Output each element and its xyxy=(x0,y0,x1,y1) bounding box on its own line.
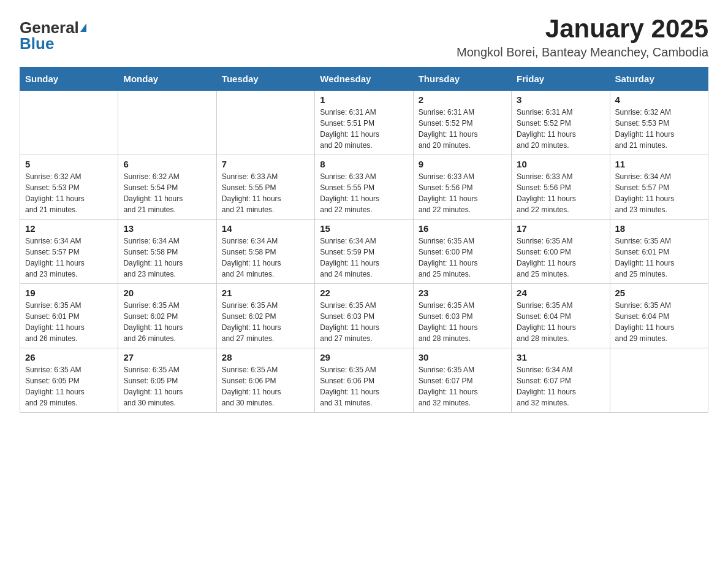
calendar-cell: 30Sunrise: 6:35 AMSunset: 6:07 PMDayligh… xyxy=(413,348,511,413)
weekday-header-friday: Friday xyxy=(512,67,610,91)
calendar-cell: 25Sunrise: 6:35 AMSunset: 6:04 PMDayligh… xyxy=(610,284,708,348)
weekday-header-row: SundayMondayTuesdayWednesdayThursdayFrid… xyxy=(20,67,708,91)
day-info: Sunrise: 6:34 AMSunset: 5:57 PMDaylight:… xyxy=(615,171,703,215)
day-info: Sunrise: 6:35 AMSunset: 6:02 PMDaylight:… xyxy=(123,300,211,344)
day-number: 30 xyxy=(419,352,506,362)
calendar-cell: 31Sunrise: 6:34 AMSunset: 6:07 PMDayligh… xyxy=(512,348,610,413)
calendar-cell xyxy=(610,348,708,413)
day-info: Sunrise: 6:35 AMSunset: 6:04 PMDaylight:… xyxy=(517,300,604,344)
day-number: 6 xyxy=(123,159,211,169)
day-info: Sunrise: 6:32 AMSunset: 5:53 PMDaylight:… xyxy=(615,107,703,151)
calendar-cell: 10Sunrise: 6:33 AMSunset: 5:56 PMDayligh… xyxy=(512,155,610,220)
week-row-1: 1Sunrise: 6:31 AMSunset: 5:51 PMDaylight… xyxy=(20,91,708,155)
calendar-cell: 7Sunrise: 6:33 AMSunset: 5:55 PMDaylight… xyxy=(216,155,314,220)
day-number: 11 xyxy=(615,159,703,169)
day-number: 16 xyxy=(419,223,506,234)
day-info: Sunrise: 6:35 AMSunset: 6:05 PMDaylight:… xyxy=(123,364,211,408)
logo-blue-text: Blue xyxy=(20,36,54,52)
day-info: Sunrise: 6:31 AMSunset: 5:52 PMDaylight:… xyxy=(517,107,604,151)
calendar-cell xyxy=(118,91,216,155)
day-number: 23 xyxy=(419,288,506,298)
day-info: Sunrise: 6:35 AMSunset: 6:03 PMDaylight:… xyxy=(320,300,408,344)
calendar-cell: 14Sunrise: 6:34 AMSunset: 5:58 PMDayligh… xyxy=(216,220,314,284)
day-number: 21 xyxy=(222,288,309,298)
day-number: 7 xyxy=(222,159,309,169)
day-number: 19 xyxy=(25,288,113,298)
calendar-cell xyxy=(20,91,118,155)
calendar-cell: 11Sunrise: 6:34 AMSunset: 5:57 PMDayligh… xyxy=(610,155,708,220)
calendar-cell: 17Sunrise: 6:35 AMSunset: 6:00 PMDayligh… xyxy=(512,220,610,284)
day-info: Sunrise: 6:32 AMSunset: 5:53 PMDaylight:… xyxy=(25,171,113,215)
calendar-cell: 12Sunrise: 6:34 AMSunset: 5:57 PMDayligh… xyxy=(20,220,118,284)
day-info: Sunrise: 6:35 AMSunset: 6:06 PMDaylight:… xyxy=(222,364,309,408)
day-number: 26 xyxy=(25,352,113,362)
day-number: 18 xyxy=(615,223,703,234)
weekday-header-tuesday: Tuesday xyxy=(216,67,314,91)
day-number: 29 xyxy=(320,352,408,362)
weekday-header-sunday: Sunday xyxy=(20,67,118,91)
month-year-title: January 2025 xyxy=(457,15,708,43)
day-number: 5 xyxy=(25,159,113,169)
day-number: 24 xyxy=(517,288,604,298)
calendar-cell: 26Sunrise: 6:35 AMSunset: 6:05 PMDayligh… xyxy=(20,348,118,413)
day-info: Sunrise: 6:35 AMSunset: 6:01 PMDaylight:… xyxy=(25,300,113,344)
day-number: 25 xyxy=(615,288,703,298)
day-info: Sunrise: 6:31 AMSunset: 5:51 PMDaylight:… xyxy=(320,107,408,151)
day-info: Sunrise: 6:35 AMSunset: 6:04 PMDaylight:… xyxy=(615,300,703,344)
day-info: Sunrise: 6:34 AMSunset: 5:58 PMDaylight:… xyxy=(123,236,211,280)
day-info: Sunrise: 6:34 AMSunset: 6:07 PMDaylight:… xyxy=(517,364,604,408)
day-info: Sunrise: 6:35 AMSunset: 6:03 PMDaylight:… xyxy=(419,300,506,344)
day-number: 22 xyxy=(320,288,408,298)
logo: General Blue xyxy=(20,20,86,52)
day-info: Sunrise: 6:35 AMSunset: 6:07 PMDaylight:… xyxy=(419,364,506,408)
day-info: Sunrise: 6:35 AMSunset: 6:02 PMDaylight:… xyxy=(222,300,309,344)
weekday-header-monday: Monday xyxy=(118,67,216,91)
day-number: 27 xyxy=(123,352,211,362)
day-number: 4 xyxy=(615,94,703,105)
day-info: Sunrise: 6:33 AMSunset: 5:56 PMDaylight:… xyxy=(419,171,506,215)
weekday-header-saturday: Saturday xyxy=(610,67,708,91)
day-info: Sunrise: 6:35 AMSunset: 6:06 PMDaylight:… xyxy=(320,364,408,408)
day-number: 13 xyxy=(123,223,211,234)
day-number: 17 xyxy=(517,223,604,234)
calendar-cell: 21Sunrise: 6:35 AMSunset: 6:02 PMDayligh… xyxy=(216,284,314,348)
calendar-cell: 2Sunrise: 6:31 AMSunset: 5:52 PMDaylight… xyxy=(413,91,511,155)
calendar-cell: 20Sunrise: 6:35 AMSunset: 6:02 PMDayligh… xyxy=(118,284,216,348)
day-number: 20 xyxy=(123,288,211,298)
header: General Blue January 2025 Mongkol Borei,… xyxy=(20,15,708,59)
title-area: January 2025 Mongkol Borei, Banteay Mean… xyxy=(457,15,708,59)
day-info: Sunrise: 6:35 AMSunset: 6:00 PMDaylight:… xyxy=(517,236,604,280)
calendar-cell: 28Sunrise: 6:35 AMSunset: 6:06 PMDayligh… xyxy=(216,348,314,413)
calendar-cell: 13Sunrise: 6:34 AMSunset: 5:58 PMDayligh… xyxy=(118,220,216,284)
calendar-cell xyxy=(216,91,314,155)
day-number: 1 xyxy=(320,94,408,105)
day-number: 3 xyxy=(517,94,604,105)
day-info: Sunrise: 6:35 AMSunset: 6:00 PMDaylight:… xyxy=(419,236,506,280)
calendar-cell: 18Sunrise: 6:35 AMSunset: 6:01 PMDayligh… xyxy=(610,220,708,284)
week-row-4: 19Sunrise: 6:35 AMSunset: 6:01 PMDayligh… xyxy=(20,284,708,348)
week-row-5: 26Sunrise: 6:35 AMSunset: 6:05 PMDayligh… xyxy=(20,348,708,413)
weekday-header-wednesday: Wednesday xyxy=(315,67,413,91)
day-number: 8 xyxy=(320,159,408,169)
day-info: Sunrise: 6:34 AMSunset: 5:57 PMDaylight:… xyxy=(25,236,113,280)
calendar-cell: 29Sunrise: 6:35 AMSunset: 6:06 PMDayligh… xyxy=(315,348,413,413)
calendar-cell: 8Sunrise: 6:33 AMSunset: 5:55 PMDaylight… xyxy=(315,155,413,220)
day-info: Sunrise: 6:32 AMSunset: 5:54 PMDaylight:… xyxy=(123,171,211,215)
calendar-cell: 9Sunrise: 6:33 AMSunset: 5:56 PMDaylight… xyxy=(413,155,511,220)
day-number: 28 xyxy=(222,352,309,362)
day-info: Sunrise: 6:34 AMSunset: 5:59 PMDaylight:… xyxy=(320,236,408,280)
calendar-cell: 4Sunrise: 6:32 AMSunset: 5:53 PMDaylight… xyxy=(610,91,708,155)
calendar-cell: 19Sunrise: 6:35 AMSunset: 6:01 PMDayligh… xyxy=(20,284,118,348)
day-number: 9 xyxy=(419,159,506,169)
calendar-cell: 16Sunrise: 6:35 AMSunset: 6:00 PMDayligh… xyxy=(413,220,511,284)
logo-triangle-icon xyxy=(80,23,86,32)
week-row-2: 5Sunrise: 6:32 AMSunset: 5:53 PMDaylight… xyxy=(20,155,708,220)
day-info: Sunrise: 6:31 AMSunset: 5:52 PMDaylight:… xyxy=(419,107,506,151)
day-number: 12 xyxy=(25,223,113,234)
day-number: 2 xyxy=(419,94,506,105)
calendar-cell: 1Sunrise: 6:31 AMSunset: 5:51 PMDaylight… xyxy=(315,91,413,155)
day-number: 15 xyxy=(320,223,408,234)
day-number: 14 xyxy=(222,223,309,234)
calendar-cell: 6Sunrise: 6:32 AMSunset: 5:54 PMDaylight… xyxy=(118,155,216,220)
calendar-table: SundayMondayTuesdayWednesdayThursdayFrid… xyxy=(20,67,708,413)
